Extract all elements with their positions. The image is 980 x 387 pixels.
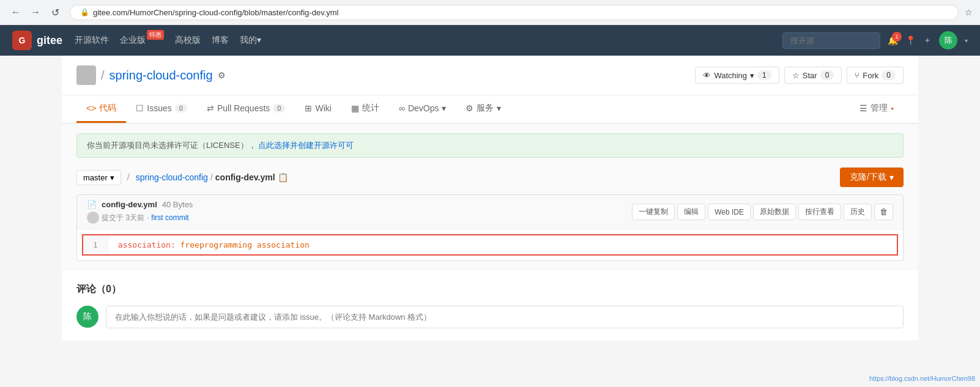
lock-icon: 🔒 bbox=[80, 8, 89, 17]
eye-icon: 👁 bbox=[703, 71, 711, 80]
commit-link[interactable]: first commit bbox=[151, 213, 188, 222]
devops-icon: ∞ bbox=[399, 103, 405, 113]
address-bar[interactable]: 🔒 gitee.com/HumorChen/spring-cloud-confi… bbox=[70, 5, 959, 20]
comment-input[interactable] bbox=[106, 306, 904, 328]
main-container: / spring-cloud-config ⚙ 👁 Watching ▾ 1 ☆… bbox=[62, 56, 918, 341]
copy-path-icon[interactable]: 📋 bbox=[278, 172, 288, 182]
star-count: 0 bbox=[820, 70, 834, 80]
file-meta: 提交于 3天前 · first commit bbox=[87, 212, 193, 224]
blame-button[interactable]: 按行查看 bbox=[798, 204, 841, 220]
breadcrumb-slash: / bbox=[210, 172, 213, 182]
web-ide-button[interactable]: Web IDE bbox=[708, 204, 751, 220]
watching-count: 1 bbox=[757, 70, 771, 80]
tab-wiki[interactable]: ⊞ Wiki bbox=[295, 95, 341, 123]
gitee-logo-icon: G bbox=[12, 31, 32, 50]
hot-badge: 特惠 bbox=[147, 30, 164, 40]
notif-badge: 1 bbox=[892, 32, 902, 42]
location-icon[interactable]: 📍 bbox=[905, 35, 916, 45]
repo-tabs: <> 代码 ☐ Issues 0 ⇄ Pull Requests 0 ⊞ Wik… bbox=[62, 95, 918, 123]
url-text: gitee.com/HumorChen/spring-cloud-config/… bbox=[93, 8, 339, 17]
header-right: 🔔 1 📍 ＋ 陈 ▾ bbox=[782, 31, 968, 50]
browser-chrome: ← → ↺ 🔒 gitee.com/HumorChen/spring-cloud… bbox=[0, 0, 980, 25]
nav-blog[interactable]: 博客 bbox=[212, 35, 229, 46]
star-icon[interactable]: ☆ bbox=[965, 7, 973, 17]
star-button[interactable]: ☆ Star 0 bbox=[784, 67, 842, 84]
issues-icon: ☐ bbox=[136, 103, 144, 113]
code-key: association: bbox=[118, 240, 176, 249]
services-dropdown-icon: ▾ bbox=[497, 103, 501, 113]
header-nav: 开源软件 企业版 特惠 高校版 博客 我的▾ bbox=[75, 35, 770, 46]
file-box: 📄 config-dev.yml 40 Bytes 提交于 3天前 · firs… bbox=[76, 194, 904, 261]
code-line-1: 1 association: freeprogramming associati… bbox=[82, 234, 898, 256]
raw-button[interactable]: 原始数据 bbox=[753, 204, 796, 220]
tab-manage[interactable]: ☰ 管理 ● bbox=[850, 95, 904, 123]
file-name: config-dev.yml bbox=[102, 200, 157, 209]
code-area: 1 association: freeprogramming associati… bbox=[77, 234, 903, 256]
forward-button[interactable]: → bbox=[27, 4, 44, 21]
nav-opensource[interactable]: 开源软件 bbox=[75, 35, 109, 46]
pr-badge: 0 bbox=[273, 104, 285, 112]
repo-separator: / bbox=[101, 68, 105, 83]
content-area: 你当前开源项目尚未选择许可证（LICENSE）， 点此选择并创建开源许可可 ma… bbox=[62, 123, 918, 271]
browser-actions: ☆ bbox=[965, 7, 973, 17]
repo-header: / spring-cloud-config ⚙ 👁 Watching ▾ 1 ☆… bbox=[62, 56, 918, 95]
nav-enterprise[interactable]: 企业版 特惠 bbox=[120, 35, 164, 46]
branch-name: master bbox=[83, 173, 108, 182]
dropdown-chevron[interactable]: ▾ bbox=[965, 37, 968, 44]
search-input[interactable] bbox=[782, 32, 880, 49]
repo-name[interactable]: spring-cloud-config bbox=[110, 68, 213, 83]
tab-stats[interactable]: ▦ 统计 bbox=[341, 95, 389, 123]
issues-badge: 0 bbox=[175, 104, 187, 112]
file-size: 40 Bytes bbox=[162, 200, 193, 209]
tab-services[interactable]: ⚙ 服务 ▾ bbox=[456, 95, 511, 123]
file-actions: 一键复制 编辑 Web IDE 原始数据 按行查看 历史 🗑 bbox=[632, 204, 893, 220]
line-code-1: association: freeprogramming association bbox=[108, 235, 319, 254]
clone-button[interactable]: 克隆/下载 ▾ bbox=[840, 168, 904, 187]
gitee-logo[interactable]: G gitee bbox=[12, 31, 62, 50]
settings-icon[interactable]: ⚙ bbox=[218, 70, 226, 80]
license-notice: 你当前开源项目尚未选择许可证（LICENSE）， 点此选择并创建开源许可可 bbox=[76, 133, 904, 158]
file-info: 📄 config-dev.yml 40 Bytes bbox=[87, 200, 193, 209]
tab-pullrequests[interactable]: ⇄ Pull Requests 0 bbox=[197, 95, 295, 123]
gitee-header: G gitee 开源软件 企业版 特惠 高校版 博客 我的▾ 🔔 1 📍 ＋ 陈… bbox=[0, 25, 980, 56]
wiki-icon: ⊞ bbox=[305, 103, 312, 113]
nav-university[interactable]: 高校版 bbox=[175, 35, 201, 46]
breadcrumb: master ▾ / spring-cloud-config / config-… bbox=[76, 170, 288, 185]
breadcrumb-repo[interactable]: spring-cloud-config bbox=[136, 172, 208, 182]
tab-code[interactable]: <> 代码 bbox=[76, 95, 126, 123]
repo-owner-icon bbox=[76, 65, 96, 85]
user-avatar[interactable]: 陈 bbox=[939, 31, 957, 50]
license-link[interactable]: 点此选择并创建开源许可可 bbox=[258, 141, 354, 150]
tab-devops[interactable]: ∞ DevOps ▾ bbox=[389, 95, 456, 123]
breadcrumb-filename: config-dev.yml bbox=[215, 172, 275, 182]
fork-button[interactable]: ⑂ Fork 0 bbox=[847, 67, 904, 84]
history-button[interactable]: 历史 bbox=[844, 204, 872, 220]
line-number-1: 1 bbox=[83, 235, 108, 254]
file-box-header: 📄 config-dev.yml 40 Bytes 提交于 3天前 · firs… bbox=[77, 195, 903, 229]
comment-input-area: 陈 bbox=[76, 306, 904, 328]
fork-count: 0 bbox=[882, 70, 896, 80]
gitee-logo-text: gitee bbox=[37, 34, 62, 47]
delete-button[interactable]: 🗑 bbox=[874, 204, 893, 220]
clone-dropdown-icon: ▾ bbox=[889, 172, 894, 182]
code-icon: <> bbox=[86, 103, 96, 113]
watching-button[interactable]: 👁 Watching ▾ 1 bbox=[695, 67, 779, 84]
plus-icon[interactable]: ＋ bbox=[923, 35, 932, 46]
edit-button[interactable]: 编辑 bbox=[677, 204, 705, 220]
file-document-icon: 📄 bbox=[87, 200, 97, 209]
file-info-group: 📄 config-dev.yml 40 Bytes 提交于 3天前 · firs… bbox=[87, 200, 193, 224]
tab-issues[interactable]: ☐ Issues 0 bbox=[126, 95, 197, 123]
nav-mine[interactable]: 我的▾ bbox=[240, 35, 261, 46]
back-button[interactable]: ← bbox=[7, 4, 24, 21]
fork-icon: ⑂ bbox=[855, 71, 859, 80]
stats-icon: ▦ bbox=[351, 103, 359, 113]
refresh-button[interactable]: ↺ bbox=[46, 4, 64, 21]
branch-selector[interactable]: master ▾ bbox=[76, 170, 121, 185]
manage-dot: ● bbox=[891, 106, 894, 111]
copy-all-button[interactable]: 一键复制 bbox=[632, 204, 675, 220]
commit-dot: · bbox=[147, 213, 149, 222]
notification-btn[interactable]: 🔔 1 bbox=[888, 35, 898, 45]
repo-title: / spring-cloud-config ⚙ bbox=[76, 65, 226, 85]
committer-avatar bbox=[87, 212, 99, 224]
manage-icon: ☰ bbox=[859, 103, 867, 113]
